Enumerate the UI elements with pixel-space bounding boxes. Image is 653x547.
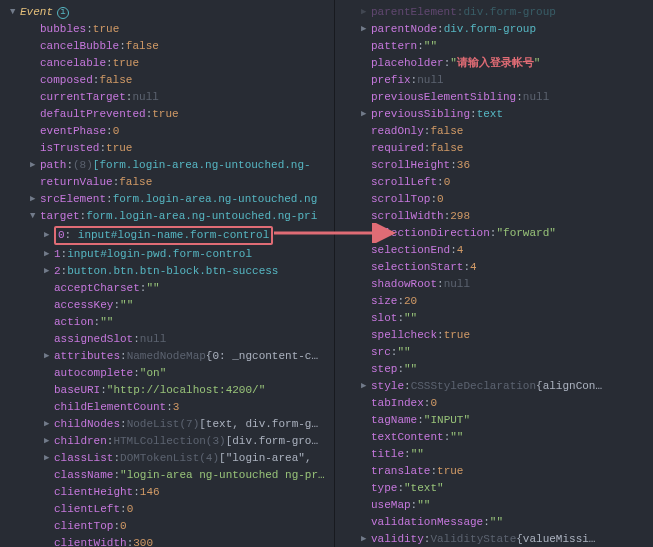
prop-path[interactable]: path: (8) [form.login-area.ng-untouched.… [0, 157, 334, 174]
chevron-right-icon[interactable] [361, 107, 371, 122]
target-child-1[interactable]: 1: input#login-pwd.form-control [0, 246, 334, 263]
event-header[interactable]: Event i [0, 4, 334, 21]
prop-cancelable[interactable]: cancelable: true [0, 55, 334, 72]
prop-currentTarget[interactable]: currentTarget: null [0, 89, 334, 106]
prop-textContent[interactable]: textContent: "" [335, 429, 653, 446]
prop-clientHeight[interactable]: clientHeight: 146 [0, 484, 334, 501]
prop-required[interactable]: required: false [335, 140, 653, 157]
prop-tabIndex[interactable]: tabIndex: 0 [335, 395, 653, 412]
chevron-right-icon[interactable] [44, 451, 54, 466]
prop-pattern[interactable]: pattern: "" [335, 38, 653, 55]
prop-baseURI[interactable]: baseURI: "http://localhost:4200/" [0, 382, 334, 399]
prop-translate[interactable]: translate: true [335, 463, 653, 480]
prop-previousSibling[interactable]: previousSibling: text [335, 106, 653, 123]
chevron-right-icon[interactable] [44, 228, 54, 243]
prop-cancelBubble[interactable]: cancelBubble: false [0, 38, 334, 55]
prop-target[interactable]: target: form.login-area.ng-untouched.ng-… [0, 208, 334, 225]
event-title: Event [20, 5, 53, 20]
prop-type[interactable]: type: "text" [335, 480, 653, 497]
prop-selectionEnd[interactable]: selectionEnd: 4 [335, 242, 653, 259]
prop-previousElementSibling[interactable]: previousElementSibling: null [335, 89, 653, 106]
chevron-right-icon[interactable] [30, 158, 40, 173]
prop-prefix[interactable]: prefix: null [335, 72, 653, 89]
prop-scrollHeight[interactable]: scrollHeight: 36 [335, 157, 653, 174]
prop-scrollTop[interactable]: scrollTop: 0 [335, 191, 653, 208]
prop-readOnly[interactable]: readOnly: false [335, 123, 653, 140]
prop-returnValue[interactable]: returnValue: false [0, 174, 334, 191]
expand-arrow-icon[interactable] [10, 5, 20, 20]
target-child-2[interactable]: 2: button.btn.btn-block.btn-success [0, 263, 334, 280]
target-child-0[interactable]: 0: input#login-name.form-control [0, 225, 334, 246]
chevron-down-icon[interactable] [30, 209, 40, 224]
console-object-left: Event i bubbles: true cancelBubble: fals… [0, 0, 335, 547]
prop-isTrusted[interactable]: isTrusted: true [0, 140, 334, 157]
prop-size[interactable]: size: 20 [335, 293, 653, 310]
placeholder-chinese-text: 请输入登录帐号 [457, 56, 534, 71]
chevron-right-icon[interactable] [44, 349, 54, 364]
chevron-right-icon[interactable] [44, 434, 54, 449]
chevron-right-icon[interactable] [361, 22, 371, 37]
prop-eventPhase[interactable]: eventPhase: 0 [0, 123, 334, 140]
prop-clientWidth[interactable]: clientWidth: 300 [0, 535, 334, 547]
chevron-right-icon[interactable] [30, 192, 40, 207]
prop-acceptCharset[interactable]: acceptCharset: "" [0, 280, 334, 297]
chevron-right-icon[interactable] [44, 417, 54, 432]
chevron-right-icon[interactable] [44, 247, 54, 262]
highlight-box: 0: input#login-name.form-control [54, 226, 273, 245]
chevron-right-icon[interactable] [361, 532, 371, 547]
prop-placeholder[interactable]: placeholder: "请输入登录帐号" [335, 55, 653, 72]
prop-defaultPrevented[interactable]: defaultPrevented: true [0, 106, 334, 123]
prop-action[interactable]: action: "" [0, 314, 334, 331]
prop-classList[interactable]: classList: DOMTokenList(4) ["login-area"… [0, 450, 334, 467]
prop-parentNode[interactable]: parentNode: div.form-group [335, 21, 653, 38]
prop-accessKey[interactable]: accessKey: "" [0, 297, 334, 314]
prop-validity[interactable]: validity: ValidityState {valueMissi… [335, 531, 653, 547]
prop-childElementCount[interactable]: childElementCount: 3 [0, 399, 334, 416]
prop-selectionDirection[interactable]: selectionDirection: "forward" [335, 225, 653, 242]
prop-shadowRoot[interactable]: shadowRoot: null [335, 276, 653, 293]
prop-validationMessage[interactable]: validationMessage: "" [335, 514, 653, 531]
prop-attributes[interactable]: attributes: NamedNodeMap {0: _ngcontent-… [0, 348, 334, 365]
prop-step[interactable]: step: "" [335, 361, 653, 378]
prop-children[interactable]: children: HTMLCollection(3) [div.form-gr… [0, 433, 334, 450]
prop-scrollWidth[interactable]: scrollWidth: 298 [335, 208, 653, 225]
prop-title[interactable]: title: "" [335, 446, 653, 463]
prop-parentElement[interactable]: parentElement: div.form-group [335, 4, 653, 21]
prop-childNodes[interactable]: childNodes: NodeList(7) [text, div.form-… [0, 416, 334, 433]
prop-autocomplete[interactable]: autocomplete: "on" [0, 365, 334, 382]
prop-bubbles[interactable]: bubbles: true [0, 21, 334, 38]
info-icon[interactable]: i [57, 7, 69, 19]
prop-clientTop[interactable]: clientTop: 0 [0, 518, 334, 535]
devtools-panels: Event i bubbles: true cancelBubble: fals… [0, 0, 653, 547]
chevron-right-icon[interactable] [361, 5, 371, 20]
prop-style[interactable]: style: CSSStyleDeclaration {alignCon… [335, 378, 653, 395]
prop-src[interactable]: src: "" [335, 344, 653, 361]
prop-useMap[interactable]: useMap: "" [335, 497, 653, 514]
console-object-right: parentElement: div.form-groupparentNode:… [335, 0, 653, 547]
prop-spellcheck[interactable]: spellcheck: true [335, 327, 653, 344]
prop-srcElement[interactable]: srcElement: form.login-area.ng-untouched… [0, 191, 334, 208]
prop-clientLeft[interactable]: clientLeft: 0 [0, 501, 334, 518]
prop-className[interactable]: className: "login-area ng-untouched ng-p… [0, 467, 334, 484]
prop-assignedSlot[interactable]: assignedSlot: null [0, 331, 334, 348]
prop-scrollLeft[interactable]: scrollLeft: 0 [335, 174, 653, 191]
prop-tagName[interactable]: tagName: "INPUT" [335, 412, 653, 429]
chevron-right-icon[interactable] [44, 264, 54, 279]
prop-slot[interactable]: slot: "" [335, 310, 653, 327]
chevron-right-icon[interactable] [361, 379, 371, 394]
prop-composed[interactable]: composed: false [0, 72, 334, 89]
prop-selectionStart[interactable]: selectionStart: 4 [335, 259, 653, 276]
